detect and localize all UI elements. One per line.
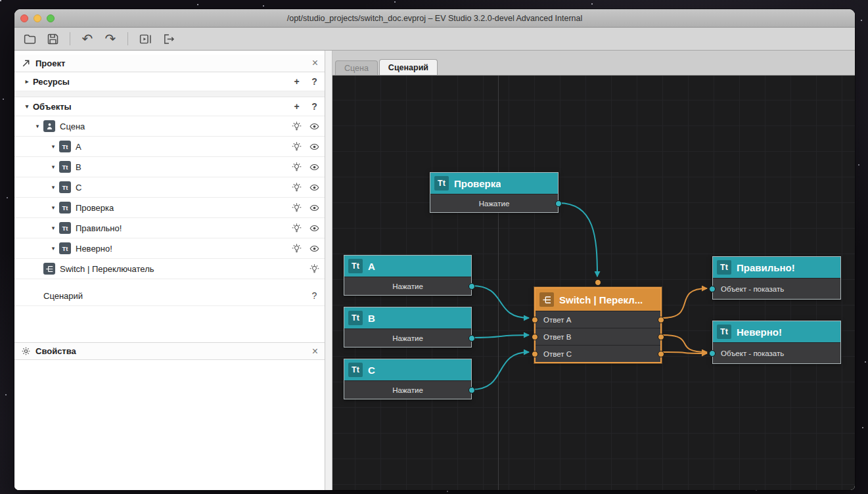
lamp-icon[interactable] <box>292 203 302 213</box>
lamp-icon[interactable] <box>292 122 302 131</box>
node-pravilno[interactable]: TtПравильно!Объект - показать <box>712 256 841 300</box>
node-header[interactable]: TtA <box>344 256 471 277</box>
close-project-panel-button[interactable]: × <box>312 58 318 68</box>
disclosure-arrow-icon[interactable]: ▾ <box>32 123 43 129</box>
input-port-top[interactable] <box>595 279 601 286</box>
node-proverka[interactable]: TtПроверкаНажатие <box>430 172 559 213</box>
node-header[interactable]: TtПравильно! <box>713 257 840 278</box>
disclosure-arrow-icon[interactable]: ▾ <box>47 225 59 231</box>
tree-row-resources[interactable]: ▸Ресурсы+? <box>14 72 325 91</box>
tree-row-obj-a[interactable]: ▾TtA <box>14 137 325 157</box>
titlebar[interactable]: /opt/studio_projects/switch_doc.evproj –… <box>14 9 855 28</box>
node-header[interactable]: TtB <box>344 307 471 328</box>
node-canvas[interactable]: TtПроверкаНажатиеTtAНажатиеTtBНажатиеTtC… <box>332 76 855 490</box>
minimize-window-button[interactable] <box>34 14 41 22</box>
close-properties-panel-button[interactable]: × <box>312 346 318 357</box>
tree-row-scene[interactable]: ▾Сцена <box>14 116 325 137</box>
lamp-icon[interactable] <box>292 162 302 172</box>
node-b[interactable]: TtBНажатие <box>344 307 472 348</box>
redo-button[interactable]: ↷ <box>102 30 119 47</box>
properties-panel-title: Свойства <box>35 346 76 356</box>
help-icon[interactable]: ? <box>309 102 319 111</box>
disclosure-arrow-icon[interactable]: ▾ <box>47 204 59 211</box>
node-header[interactable]: TtC <box>344 359 471 380</box>
tree-row-actions <box>292 244 319 254</box>
node-header[interactable]: Switch | Перекл... <box>536 288 660 311</box>
eye-visibility-icon[interactable] <box>309 244 319 254</box>
close-window-button[interactable] <box>20 14 28 22</box>
node-title: Правильно! <box>737 262 795 273</box>
input-port[interactable] <box>532 317 538 323</box>
eye-visibility-icon[interactable] <box>309 122 319 131</box>
text-object-icon: Tt <box>59 141 71 152</box>
output-port[interactable] <box>555 200 562 207</box>
tab-scenario[interactable]: Сценарий <box>379 59 438 75</box>
eye-visibility-icon[interactable] <box>309 223 319 233</box>
tab-bar: СценаСценарий <box>332 51 855 76</box>
tree-row-label: Ресурсы <box>33 77 70 87</box>
node-neverno[interactable]: TtНеверно!Объект - показать <box>712 321 841 364</box>
disclosure-arrow-icon[interactable]: ▾ <box>47 164 59 170</box>
disclosure-arrow-icon[interactable]: ▾ <box>21 103 33 110</box>
help-icon[interactable]: ? <box>309 77 319 86</box>
disclosure-arrow-icon[interactable]: ▾ <box>47 143 59 150</box>
input-port[interactable] <box>532 351 538 357</box>
eye-visibility-icon[interactable] <box>309 203 319 213</box>
lamp-icon[interactable] <box>292 244 302 254</box>
output-port[interactable] <box>468 283 475 290</box>
eye-visibility-icon[interactable] <box>309 183 319 192</box>
node-header[interactable]: TtПроверка <box>430 173 558 194</box>
tree-row-scenario[interactable]: Сценарий? <box>14 286 325 306</box>
output-port[interactable] <box>658 334 664 340</box>
help-icon[interactable]: ? <box>309 291 319 300</box>
node-a[interactable]: TtAНажатие <box>344 255 472 296</box>
eye-visibility-icon[interactable] <box>309 162 319 172</box>
lamp-icon[interactable] <box>292 183 302 192</box>
tree-row-objects[interactable]: ▾Объекты+? <box>14 97 325 116</box>
project-panel: Проект × ▸Ресурсы+?▾Объекты+?▾Сцена▾TtA▾… <box>14 51 325 490</box>
output-port[interactable] <box>658 317 664 323</box>
open-button[interactable] <box>21 30 38 47</box>
tree-row-obj-neverno[interactable]: ▾TtНеверно! <box>14 238 325 259</box>
tree-row-obj-c[interactable]: ▾TtC <box>14 177 325 198</box>
toolbar: ↶↷ <box>14 28 855 51</box>
tab-scene[interactable]: Сцена <box>335 60 378 75</box>
undo-button[interactable]: ↶ <box>79 30 96 47</box>
disclosure-arrow-icon[interactable]: ▸ <box>21 78 33 85</box>
disclosure-arrow-icon[interactable]: ▾ <box>47 245 59 252</box>
node-header[interactable]: TtНеверно! <box>713 321 840 342</box>
input-port[interactable] <box>532 334 538 340</box>
lamp-icon[interactable] <box>292 223 302 233</box>
input-port[interactable] <box>709 286 716 292</box>
node-c[interactable]: TtCНажатие <box>344 359 472 399</box>
app-window: /opt/studio_projects/switch_doc.evproj –… <box>14 9 855 490</box>
lamp-icon[interactable] <box>292 142 302 152</box>
export-button[interactable] <box>160 30 177 47</box>
input-port[interactable] <box>709 350 716 357</box>
add-icon[interactable]: + <box>292 77 302 86</box>
node-row-label: Нажатие <box>392 334 423 342</box>
node-layer: TtПроверкаНажатиеTtAНажатиеTtBНажатиеTtC… <box>332 76 855 490</box>
save-button[interactable] <box>44 30 61 47</box>
disclosure-arrow-icon[interactable]: ▾ <box>47 184 59 191</box>
tree-row-obj-pravilno[interactable]: ▾TtПравильно! <box>14 218 325 238</box>
lamp-icon[interactable] <box>309 264 319 274</box>
output-port[interactable] <box>468 387 475 393</box>
node-row-label: Ответ A <box>543 316 571 324</box>
node-row: Нажатие <box>344 328 471 347</box>
preview-button[interactable] <box>137 30 154 47</box>
output-port[interactable] <box>468 335 475 342</box>
node-row: Нажатие <box>430 194 558 212</box>
switch-icon <box>539 292 554 307</box>
add-icon[interactable]: + <box>292 102 302 111</box>
panel-splitter[interactable] <box>325 51 332 490</box>
output-port[interactable] <box>658 351 664 357</box>
zoom-window-button[interactable] <box>47 14 55 22</box>
tree-row-obj-proverka[interactable]: ▾TtПроверка <box>14 198 325 218</box>
node-title: B <box>368 313 375 324</box>
tree-row-actions: +? <box>292 102 319 111</box>
eye-visibility-icon[interactable] <box>309 142 319 152</box>
tree-row-obj-b[interactable]: ▾TtB <box>14 157 325 177</box>
tree-row-switch-object[interactable]: Switch | Переключатель <box>14 259 325 279</box>
node-switch[interactable]: Switch | Перекл...Ответ AОтвет BОтвет C <box>534 287 662 363</box>
